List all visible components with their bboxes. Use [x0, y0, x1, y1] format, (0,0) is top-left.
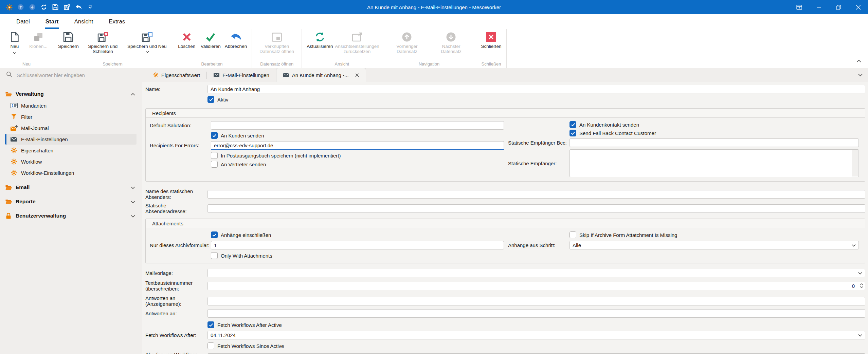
mailvorlage-dropdown[interactable]	[207, 269, 865, 277]
verknuepften-datensatz-oeffnen-button[interactable]: Verknüpften Datensatz öffnen	[255, 31, 299, 55]
recipients-for-errors-input[interactable]	[211, 141, 504, 150]
neu-button[interactable]: Neu	[3, 31, 26, 56]
an-kundenkontakt-senden-checkbox[interactable]	[569, 121, 576, 128]
save-close-icon[interactable]	[61, 0, 73, 14]
speichern-und-schliessen-button[interactable]: Speichern und Schließen	[81, 31, 125, 55]
minimize-icon[interactable]	[809, 0, 829, 14]
mailvorlage-input[interactable]	[207, 269, 865, 277]
record-down-icon[interactable]	[26, 0, 38, 14]
validate-check-icon	[205, 32, 216, 42]
chevron-down-icon[interactable]	[131, 213, 135, 219]
an-kunden-senden-label: An Kunden senden	[221, 133, 264, 138]
undo-icon[interactable]	[73, 0, 84, 14]
send-fall-back-contact-customer-checkbox[interactable]	[569, 130, 576, 136]
refresh-icon[interactable]	[38, 0, 50, 14]
name-input[interactable]	[207, 85, 865, 93]
name-des-statischen-absenders-input[interactable]	[207, 190, 865, 199]
tab-overflow-icon[interactable]	[858, 72, 863, 78]
an-vertreter-senden-checkbox[interactable]	[211, 161, 218, 168]
chevron-down-icon[interactable]	[858, 272, 862, 275]
loeschen-button[interactable]: Löschen	[175, 31, 199, 50]
naechster-datensatz-button[interactable]: Nächster Datensatz	[429, 31, 473, 55]
collapse-ribbon-icon[interactable]	[856, 58, 861, 64]
anhaenge-einschliessen-checkbox[interactable]	[211, 231, 218, 238]
ribbon-group-label: Speichern	[56, 60, 169, 68]
in-postausgangsbuch-checkbox[interactable]	[211, 152, 218, 159]
tab-email-einstellungen[interactable]: E-Mail-Einstellungen	[207, 69, 276, 82]
an-kunden-senden-checkbox[interactable]	[211, 132, 218, 139]
klonen-button[interactable]: Klonen...	[26, 31, 50, 50]
sidebar-item-mail-journal[interactable]: Mail-Journal	[5, 123, 137, 133]
statische-absenderadresse-input[interactable]	[207, 204, 865, 213]
gear-icon	[10, 159, 18, 165]
chevron-down-icon[interactable]	[858, 334, 862, 337]
menu-bar: Datei Start Ansicht Extras	[0, 14, 868, 29]
menu-extras[interactable]: Extras	[101, 14, 133, 29]
sidebar-item-eigenschaften[interactable]: Eigenschaften	[5, 145, 137, 156]
sidebar-item-email-einstellungen[interactable]: E-Mail-Einstellungen	[5, 134, 137, 145]
textbausteinnummer-ueberschreiben-input[interactable]	[207, 282, 865, 290]
speichern-und-neu-button[interactable]: Speichern und Neu	[125, 31, 169, 55]
app-gear-icon[interactable]	[3, 0, 15, 14]
abbrechen-button[interactable]: Abbrechen	[223, 31, 249, 50]
sidebar-section-email[interactable]: Email	[0, 182, 142, 193]
antworten-an-input[interactable]	[207, 309, 865, 318]
record-up-icon[interactable]	[15, 0, 26, 14]
ribbon-display-options-icon[interactable]	[789, 0, 809, 14]
sidebar-item-workflow-einstellungen[interactable]: Workflow-Einstellungen	[5, 167, 137, 178]
ribbon-group-label: Ansicht	[305, 60, 379, 68]
sidebar-item-filter[interactable]: Filter	[5, 111, 137, 122]
save-icon[interactable]	[50, 0, 61, 14]
vorheriger-datensatz-button[interactable]: Vorheriger Datensatz	[385, 31, 429, 55]
nur-dieses-archivformular-input[interactable]	[211, 241, 504, 249]
aktualisieren-button[interactable]: Aktualisieren	[305, 31, 335, 50]
tab-eigenschaftswert[interactable]: Eigenschaftswert	[146, 69, 207, 82]
fetch-workflows-after-active-checkbox[interactable]	[207, 321, 214, 328]
restore-icon[interactable]	[829, 0, 848, 14]
menu-ansicht[interactable]: Ansicht	[66, 14, 101, 29]
only-with-attachments-checkbox[interactable]	[211, 252, 218, 259]
customize-caret-icon[interactable]	[84, 0, 96, 14]
ribbon-group-bearbeiten: Löschen Validieren Abbrechen Bearbeiten	[172, 29, 252, 68]
anhaenge-aus-schritt-input[interactable]	[569, 241, 859, 249]
close-icon[interactable]	[848, 0, 868, 14]
validieren-button[interactable]: Validieren	[199, 31, 223, 50]
app-window: An Kunde mit Anhang - E-Mail-Einstellung…	[0, 0, 868, 354]
default-salutation-input[interactable]	[211, 121, 504, 130]
navigation-sidebar: Verwaltung Mandanten Filter	[0, 68, 142, 354]
menu-datei[interactable]: Datei	[8, 14, 38, 29]
chevron-down-icon[interactable]	[852, 244, 856, 247]
sidebar-item-mandanten[interactable]: Mandanten	[5, 100, 137, 111]
tab-close-icon[interactable]	[355, 73, 359, 77]
anhaenge-aus-schritt-label: Anhänge aus Schritt:	[508, 242, 569, 248]
fetch-workflows-after-input[interactable]	[207, 331, 865, 339]
schliessen-button[interactable]: Schließen	[479, 31, 503, 50]
speichern-button[interactable]: Speichern	[56, 31, 81, 50]
number-spinner[interactable]	[860, 283, 863, 288]
gear-icon	[153, 72, 158, 78]
menu-start[interactable]: Start	[38, 14, 67, 29]
aktiv-checkbox[interactable]	[207, 96, 214, 103]
envelope-icon	[10, 137, 18, 142]
nur-dieses-archivformular-field	[211, 241, 504, 249]
search-input[interactable]	[16, 72, 126, 78]
chevron-down-icon[interactable]	[131, 184, 135, 190]
antworten-an-anzeigename-input[interactable]	[207, 297, 865, 305]
fetch-workflows-after-dropdown[interactable]	[207, 331, 865, 339]
sidebar-section-benutzerverwaltung[interactable]: Benutzerverwaltung	[0, 210, 142, 222]
chevron-down-icon[interactable]	[131, 199, 135, 205]
statische-empfaenger-bcc-input[interactable]	[569, 138, 859, 147]
statische-absenderadresse-field	[207, 204, 865, 213]
scrollbar-track[interactable]	[852, 150, 858, 176]
chevron-up-icon[interactable]	[131, 91, 135, 97]
ansichtseinstellungen-zuruecksetzen-button[interactable]: Ansichtseinstellungen zurücksetzen	[335, 31, 379, 55]
sidebar-section-verwaltung[interactable]: Verwaltung	[0, 88, 142, 100]
statische-empfaenger-textarea[interactable]	[569, 149, 859, 177]
fetch-workflows-since-active-checkbox[interactable]	[207, 342, 214, 349]
sidebar-item-workflow[interactable]: Workflow	[5, 156, 137, 167]
anhaenge-aus-schritt-dropdown[interactable]	[569, 241, 859, 249]
sidebar-section-reporte[interactable]: Reporte	[0, 196, 142, 207]
skip-if-archive-form-attatchment-is-missing-checkbox[interactable]	[569, 231, 576, 238]
tab-an-kunde-mit-anhang[interactable]: An Kunde mit Anhang -...	[276, 68, 366, 82]
sidebar-item-label: Mandanten	[21, 103, 47, 109]
